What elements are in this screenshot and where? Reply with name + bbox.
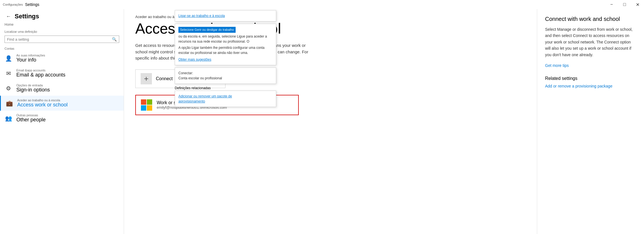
maximize-button[interactable]: □ (618, 0, 631, 9)
sidebar-item-access-work[interactable]: 💼 Aceder ao trabalho ou à escola Access … (0, 96, 124, 111)
account-title: Work or school account (157, 100, 227, 105)
close-button[interactable]: ✕ (631, 0, 644, 9)
sidebar-header: ← Settings (0, 9, 124, 23)
sidebar-title: Settings (15, 13, 39, 20)
back-button[interactable]: ← (5, 12, 12, 20)
email-label: Email & app accounts (16, 72, 65, 78)
microsoft-logo (141, 99, 152, 111)
ms-logo-green (147, 99, 152, 105)
account-info: Work or school account emilyf@nodpublish… (157, 100, 227, 110)
titlebar-controls: − □ ✕ (605, 0, 644, 9)
other-people-label: Other people (16, 117, 46, 123)
search-box[interactable]: 🔍 (5, 36, 119, 43)
other-people-icon: 👥 (5, 115, 12, 122)
access-work-icon: 💼 (5, 100, 13, 107)
ms-logo-blue (141, 105, 146, 111)
your-info-label: Your info (16, 57, 45, 63)
content-area: Aceder ao trabalho ou à escola Access wo… (124, 9, 537, 234)
sidebar-find-label: Localizar uma definição (0, 28, 124, 34)
account-email: emilyf@nodpublishers001.onmicrosoft.com (157, 105, 227, 110)
signin-icon: ⚙ (5, 85, 12, 92)
email-icon: ✉ (5, 70, 12, 77)
content-top-label: Aceder ao trabalho ou à escola (135, 15, 526, 19)
signin-label: Sign-in options (16, 87, 50, 93)
content-heading: Access work or school (135, 21, 526, 37)
search-icon: 🔍 (112, 37, 117, 41)
ms-logo-yellow (147, 105, 152, 111)
sidebar-item-other-people[interactable]: 👥 Outras pessoas Other people (0, 111, 124, 126)
sidebar-item-email-app[interactable]: ✉ Email &app accounts Email & app accoun… (0, 66, 124, 81)
minimize-button[interactable]: − (605, 0, 618, 9)
ms-logo-red (141, 99, 146, 105)
search-input[interactable] (7, 37, 112, 41)
sidebar-breadcrumb: Home (0, 23, 124, 28)
other-people-sublabel: Outras pessoas (16, 113, 46, 117)
right-heading: Connect with work and school (545, 16, 636, 22)
get-more-tips-link[interactable]: Get more tips (545, 63, 569, 68)
titlebar-left: Configurações Settings (3, 2, 39, 7)
connect-label: Connect (156, 76, 173, 81)
related-settings-label: Related settings (545, 76, 636, 81)
your-info-sublabel: As suas informações (16, 54, 45, 57)
main-layout: ← Settings Home Localizar uma definição … (0, 9, 644, 234)
right-panel: Connect with work and school Select Mana… (537, 9, 644, 234)
account-box[interactable]: Work or school account emilyf@nodpublish… (135, 95, 299, 115)
sidebar-section-contas: Contas (0, 45, 124, 51)
sidebar-item-your-info[interactable]: 👤 As suas informações Your info (0, 51, 124, 66)
your-info-icon: 👤 (5, 55, 12, 62)
sidebar-item-sign-in[interactable]: ⚙ Opções de entrada Sign-in options (0, 81, 124, 96)
sidebar: ← Settings Home Localizar uma definição … (0, 9, 124, 234)
titlebar: Configurações Settings − □ ✕ (0, 0, 644, 9)
email-sublabel: Email &app accounts (16, 69, 65, 72)
connect-button[interactable]: + Connect (135, 69, 225, 88)
plus-icon: + (141, 73, 152, 84)
access-work-label: Access work or school (17, 102, 68, 108)
right-body: Select Manage or disconnect from work or… (545, 26, 636, 58)
signin-sublabel: Opções de entrada (16, 84, 50, 87)
access-work-sublabel: Aceder ao trabalho ou à escola (17, 99, 68, 102)
titlebar-title: Settings (25, 2, 39, 7)
add-remove-provisioning-link[interactable]: Add or remove a provisioning package (545, 84, 636, 88)
content-body: Get access to resources like email, apps… (135, 42, 310, 62)
titlebar-breadcrumb: Configurações (3, 3, 23, 6)
